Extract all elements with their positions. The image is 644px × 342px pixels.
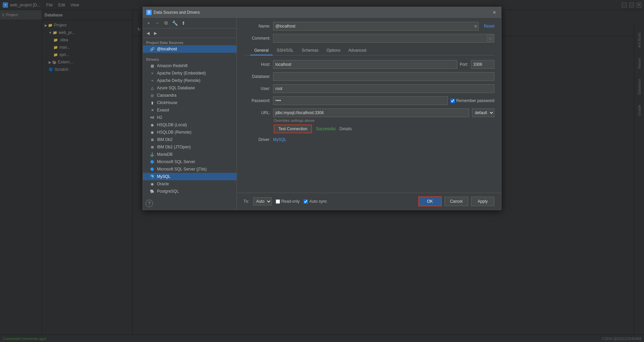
name-input-wrap: ⊗ xyxy=(273,22,479,31)
driver-azure-sql[interactable]: △ Azure SQL Database xyxy=(143,84,236,92)
remember-password-checkbox[interactable] xyxy=(450,99,455,103)
cancel-button[interactable]: Cancel xyxy=(444,197,468,206)
read-only-label: Read-only xyxy=(276,199,300,204)
url-input-wrap xyxy=(273,108,469,117)
driver-name: ClickHouse xyxy=(157,100,177,105)
drivers-section-label: Drivers xyxy=(143,57,236,62)
driver-icon: 🔷 xyxy=(150,167,155,172)
driver-name: Cassandra xyxy=(157,93,176,98)
driver-amazon-redshift[interactable]: ▦ Amazon Redshift xyxy=(143,62,236,69)
expand-comment-button[interactable]: ⬡ xyxy=(487,35,493,41)
comment-label: Comment: xyxy=(244,36,270,41)
comment-row: Comment: ⬡ xyxy=(244,34,494,43)
user-row: User: xyxy=(244,84,494,93)
host-input[interactable] xyxy=(273,60,457,69)
bottom-left: Tx: Auto Read-only Auto sync xyxy=(244,197,327,205)
url-input[interactable] xyxy=(273,108,469,117)
ok-button[interactable]: OK xyxy=(418,196,442,206)
driver-ibm-db2-jtopen[interactable]: ▦ IBM Db2 (JTOpen) xyxy=(143,143,236,151)
driver-hsqldb-local[interactable]: ◉ HSQLDB (Local) xyxy=(143,121,236,129)
driver-name: H2 xyxy=(157,115,162,120)
driver-name: Apache Derby (Remote) xyxy=(157,78,200,83)
password-row: Password: Remember password xyxy=(244,96,494,105)
nav-back-button[interactable]: ◀ xyxy=(145,30,151,36)
database-input[interactable] xyxy=(273,72,494,81)
project-data-sources-section: Project Data Sources 🔗 @localhost xyxy=(143,38,236,55)
auto-sync-checkbox[interactable] xyxy=(304,199,308,204)
host-port-row: Host: Port: xyxy=(244,60,494,69)
driver-icon: 🐘 xyxy=(150,189,155,194)
driver-cassandra[interactable]: ◎ Cassandra xyxy=(143,92,236,99)
remember-password-text: Remember password xyxy=(456,98,494,103)
driver-name: Oracle xyxy=(157,182,169,186)
driver-icon: ▦ xyxy=(150,64,155,68)
tx-select[interactable]: Auto xyxy=(253,197,272,205)
test-connection-button[interactable]: Test Connection xyxy=(274,125,312,133)
dialog-close-button[interactable]: ✕ xyxy=(491,9,498,16)
name-clear-icon[interactable]: ⊗ xyxy=(474,24,477,29)
auto-sync-label: Auto sync xyxy=(304,199,327,204)
driver-h2[interactable]: H2 H2 xyxy=(143,114,236,121)
tab-schemas[interactable]: Schemas xyxy=(298,46,322,55)
add-datasource-button[interactable]: ＋ xyxy=(145,19,152,27)
import-button[interactable]: ⬆ xyxy=(180,19,187,27)
url-row-inner: URL: default of url jdbc: xyxy=(244,108,494,117)
driver-name: Apache Derby (Embedded) xyxy=(157,71,206,76)
test-details-link[interactable]: Details xyxy=(339,127,352,131)
help-button[interactable]: ? xyxy=(146,200,153,207)
driver-exasol[interactable]: ✕ Exasol xyxy=(143,106,236,114)
dialog-body: ＋ － ⧉ 🔧 ⬆ ◀ ▶ Project Data Sources 🔗 @lo… xyxy=(143,18,501,210)
password-input[interactable] xyxy=(273,96,448,105)
driver-name: Microsoft SQL Server xyxy=(157,159,195,164)
reset-link[interactable]: Reset xyxy=(484,24,494,29)
driver-icon: ◉ xyxy=(150,123,155,127)
remove-datasource-button[interactable]: － xyxy=(154,19,161,27)
help-area: ? xyxy=(143,197,236,210)
driver-link[interactable]: MySQL xyxy=(273,137,286,142)
driver-icon: 🐬 xyxy=(150,175,155,179)
dialog-form: Name: ⊗ Reset Comment: ⬡ xyxy=(237,18,501,193)
password-label: Password: xyxy=(244,98,270,103)
tab-ssh-ssl[interactable]: SSH/SSL xyxy=(273,46,298,55)
tab-advanced[interactable]: Advanced xyxy=(344,46,370,55)
driver-ibm-db2[interactable]: ▦ IBM Db2 xyxy=(143,136,236,143)
driver-row: Driver: MySQL xyxy=(244,137,494,142)
user-input[interactable] xyxy=(273,84,494,93)
user-label: User: xyxy=(244,86,270,91)
driver-apache-derby-rem[interactable]: ≈ Apache Derby (Remote) xyxy=(143,77,236,84)
driver-clickhouse[interactable]: ▮ ClickHouse xyxy=(143,99,236,106)
driver-icon: ✕ xyxy=(150,108,155,112)
driver-name: Exasol xyxy=(157,108,169,112)
driver-apache-derby-emb[interactable]: ≈ Apache Derby (Embedded) xyxy=(143,69,236,77)
name-input[interactable] xyxy=(273,22,479,31)
dialog-left-toolbar: ＋ － ⧉ 🔧 ⬆ xyxy=(143,18,236,29)
driver-mariadb[interactable]: ⚓ MariaDB xyxy=(143,151,236,158)
data-sources-dialog: 🗄 Data Sources and Drivers ✕ ＋ － ⧉ 🔧 ⬆ ◀… xyxy=(143,7,501,210)
tools-button[interactable]: 🔧 xyxy=(171,19,178,27)
copy-datasource-button[interactable]: ⧉ xyxy=(162,19,170,27)
datasource-name: @localhost xyxy=(157,47,177,51)
driver-oracle[interactable]: ◉ Oracle xyxy=(143,180,236,188)
read-only-checkbox[interactable] xyxy=(276,199,280,204)
tab-options[interactable]: Options xyxy=(322,46,344,55)
driver-mssql[interactable]: 🔷 Microsoft SQL Server xyxy=(143,158,236,165)
driver-icon: ≈ xyxy=(150,79,155,83)
auto-sync-text: Auto sync xyxy=(309,199,327,204)
port-input[interactable] xyxy=(471,60,494,69)
driver-hsqldb-remote[interactable]: ◉ HSQLDB (Remote) xyxy=(143,129,236,136)
datasource-localhost-item[interactable]: 🔗 @localhost xyxy=(143,45,236,53)
driver-mysql[interactable]: 🐬 MySQL xyxy=(143,173,236,180)
project-data-sources-label: Project Data Sources xyxy=(143,40,236,45)
driver-icon: H2 xyxy=(150,116,155,119)
driver-postgresql[interactable]: 🐘 PostgreSQL xyxy=(143,188,236,195)
drivers-section: Drivers ▦ Amazon Redshift ≈ Apache Derby… xyxy=(143,55,236,197)
dialog-right-panel: Name: ⊗ Reset Comment: ⬡ xyxy=(237,18,501,210)
apply-button[interactable]: Apply xyxy=(471,197,494,206)
driver-icon: ◉ xyxy=(150,182,155,186)
comment-input[interactable] xyxy=(273,34,494,43)
driver-mssql-jtds[interactable]: 🔷 Microsoft SQL Server (jTds) xyxy=(143,165,236,173)
url-mode-select[interactable]: default of url jdbc: xyxy=(472,108,494,117)
driver-name: MySQL xyxy=(157,174,170,179)
nav-forward-button[interactable]: ▶ xyxy=(152,30,158,36)
tab-general[interactable]: General xyxy=(250,46,273,55)
